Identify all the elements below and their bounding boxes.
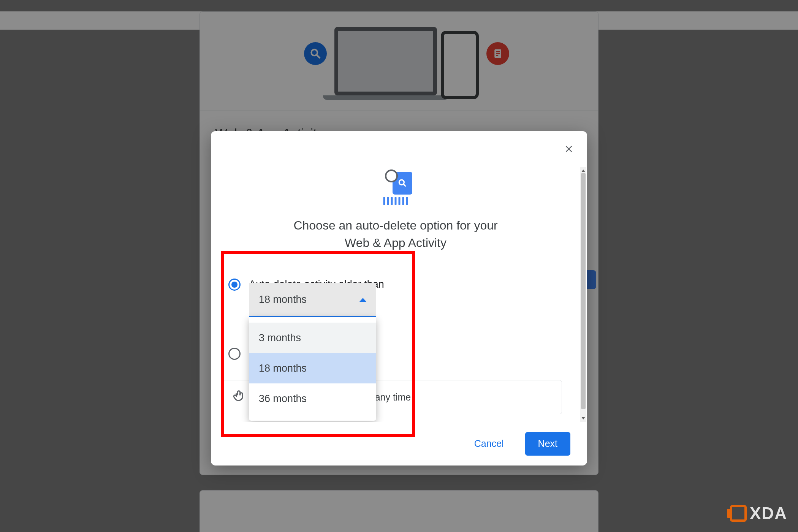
caret-up-icon [359,298,366,302]
svg-line-7 [404,184,405,186]
radio-selected-icon [228,279,241,291]
dialog-title-line1: Choose an auto-delete option for your [293,218,497,232]
dialog-footer: Cancel Next [211,422,587,466]
duration-menu: 3 months 18 months 36 months [249,317,376,421]
touch-icon [232,388,247,406]
close-button[interactable] [560,140,578,158]
clock-icon [385,169,398,182]
xda-watermark: XDA [730,504,787,523]
svg-point-6 [399,180,404,185]
duration-option-3-months[interactable]: 3 months [249,323,376,353]
xda-watermark-text: XDA [750,504,787,523]
hero-illustration [222,169,569,207]
scrollbar[interactable] [580,167,586,422]
duration-select-value: 18 months [259,294,307,306]
duration-option-18-months[interactable]: 18 months [249,353,376,383]
cancel-button[interactable]: Cancel [461,432,517,456]
scrollbar-thumb[interactable] [581,173,586,409]
dialog-scroll-area: Choose an auto-delete option for your We… [211,167,580,422]
shred-icon [383,197,408,205]
radio-unselected-icon [228,348,241,360]
next-button[interactable]: Next [525,432,570,456]
dialog-title: Choose an auto-delete option for your We… [222,217,569,252]
scroll-up-icon [581,168,585,172]
duration-select[interactable]: 18 months 3 months 18 months 36 months [249,283,376,421]
xda-logo-icon [730,505,747,522]
auto-delete-dialog: Choose an auto-delete option for your We… [211,131,587,466]
close-icon [564,144,574,154]
duration-select-box[interactable]: 18 months [249,283,376,317]
scroll-down-icon [581,417,585,421]
dialog-title-line2: Web & App Activity [345,236,446,250]
dialog-header [211,131,587,167]
duration-option-36-months[interactable]: 36 months [249,383,376,414]
dialog-body: Choose an auto-delete option for your We… [211,167,587,422]
